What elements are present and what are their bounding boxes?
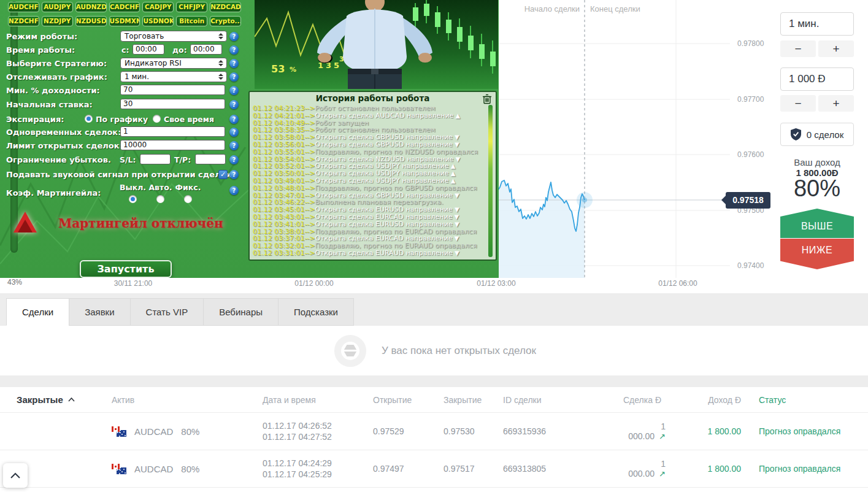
expiry-input[interactable]: 1 мин.: [780, 12, 854, 36]
loss-limit-help-icon[interactable]: ?: [229, 155, 239, 164]
time-from-label: с:: [121, 45, 129, 55]
pair-button-usdmxn[interactable]: USDMXN: [109, 16, 140, 26]
min-profit-input[interactable]: 70: [120, 85, 225, 95]
pair-button-audnzd[interactable]: AUDNZD: [75, 2, 107, 12]
min-profit-help-icon[interactable]: ?: [229, 86, 239, 95]
closed-section-toggle[interactable]: Закрытые: [0, 394, 112, 405]
expiration-custom-radio[interactable]: [153, 115, 161, 123]
martingale-option-label: Фикс.: [175, 183, 201, 192]
watch-chart-help-icon[interactable]: ?: [229, 72, 239, 82]
initial-bet-label: Начальная ставка:: [6, 100, 93, 109]
chevron-up-icon: [68, 398, 75, 402]
robot-history-panel: История работы робота 01.12 04:21:23-->Р…: [248, 91, 497, 261]
tab-заявки[interactable]: Заявки: [69, 298, 129, 326]
sound-help-icon[interactable]: ?: [229, 170, 239, 179]
direction-down-icon: ▼: [453, 141, 459, 148]
history-scrollbar[interactable]: [488, 105, 493, 257]
worktime-help-icon[interactable]: ?: [229, 45, 239, 55]
amount-plus-button[interactable]: +: [818, 95, 854, 112]
time-to-input[interactable]: 00:00: [190, 44, 222, 55]
close-price: 0.97530: [444, 426, 503, 436]
trade-panel: 1 мин. − + 1 000 Đ − + 0 сделок Ваш дохо…: [780, 0, 854, 282]
pair-button-cadjpy[interactable]: CADJPY: [142, 2, 174, 12]
closed-trade-row[interactable]: AUDCAD80%01.12.17 04:26:5201.12.17 04:27…: [0, 413, 868, 450]
higher-button[interactable]: ВЫШЕ: [780, 209, 854, 238]
mode-help-icon[interactable]: ?: [229, 32, 239, 41]
time-tick: 01/12 06:00: [658, 279, 697, 288]
tab-стать-vip[interactable]: Стать VIP: [130, 298, 204, 326]
concurrent-help-icon[interactable]: ?: [229, 128, 239, 137]
robot-logo-icon: [13, 212, 37, 233]
trade-dates: 01.12.17 04:24:2901.12.17 04:25:29: [263, 458, 373, 480]
concurrent-input[interactable]: 1: [120, 126, 225, 137]
strategy-select[interactable]: Индикатор RSI: [120, 58, 227, 69]
pair-button-crypto[interactable]: Crypto...: [210, 16, 241, 26]
tab-вебинары[interactable]: Вебинары: [203, 298, 278, 326]
pair-button-usdnok[interactable]: USDNOK: [142, 16, 174, 26]
sound-checkbox[interactable]: ✓: [218, 170, 228, 179]
app: 0.978000.977000.976000.975000.97400 30/1…: [0, 0, 868, 492]
pair-button-audchf[interactable]: AUDCHF: [8, 2, 39, 12]
close-price: 0.97517: [444, 464, 503, 474]
open-trades-count-button[interactable]: 0 сделок: [780, 123, 854, 146]
martingale-help-icon[interactable]: ?: [229, 186, 239, 195]
open-trades-content: У вас пока нет открытых сделок: [0, 326, 868, 375]
open-price: 0.97497: [373, 464, 444, 474]
trade-income: 1 800.00: [675, 426, 754, 436]
closed-trade-row[interactable]: AUDCAD80%01.12.17 04:24:2901.12.17 04:25…: [0, 450, 868, 488]
expiration-help-icon[interactable]: ?: [229, 115, 239, 124]
pair-button-nzdjpy[interactable]: NZDJPY: [42, 16, 73, 26]
tp-input[interactable]: [195, 154, 226, 164]
limit-help-icon[interactable]: ?: [229, 141, 239, 150]
initial-bet-input[interactable]: 30: [120, 99, 225, 109]
initial-bet-help-icon[interactable]: ?: [229, 100, 239, 109]
martingale-option-label: Выкл.: [120, 183, 146, 192]
lower-button[interactable]: НИЖЕ: [780, 239, 854, 269]
tab-сделки[interactable]: Сделки: [6, 298, 69, 326]
direction-down-icon: ▼: [453, 250, 459, 256]
tab-подсказки[interactable]: Подсказки: [278, 298, 354, 326]
mode-select[interactable]: Торговать: [120, 31, 227, 42]
pair-button-chfjpy[interactable]: CHFJPY: [176, 2, 207, 12]
pair-button-bitcoin[interactable]: Bitcoin: [176, 16, 207, 26]
pair-button-audjpy[interactable]: AUDJPY: [42, 2, 73, 12]
martingale-option-radio[interactable]: [129, 195, 137, 203]
trade-status: Прогноз оправдался: [754, 464, 868, 474]
direction-down-icon: ▼: [452, 235, 459, 242]
direction-down-icon: ▼: [453, 156, 460, 163]
trade-income: 1 800.00: [675, 464, 754, 474]
current-price-tag: 0.97518: [726, 192, 770, 209]
limit-input[interactable]: 10000: [120, 140, 225, 150]
pair-button-nzdchf[interactable]: NZDCHF: [8, 16, 39, 26]
direction-down-icon: ▼: [452, 213, 459, 220]
trade-direction-up-icon: ↗: [659, 469, 666, 479]
martingale-option-radio[interactable]: [156, 195, 164, 203]
expiry-minus-button[interactable]: −: [780, 40, 816, 57]
price-tick: 0.97700: [737, 95, 764, 104]
svg-text:53: 53: [271, 63, 285, 75]
amount-minus-button[interactable]: −: [780, 95, 816, 112]
log-entry: 01.12 03:27:01-->Открыта сделка AUDJPY н…: [253, 257, 486, 258]
sl-label: S/L:: [120, 155, 136, 164]
pair-button-nzdcad[interactable]: NZDCAD: [210, 2, 241, 12]
pair-button-cadchf[interactable]: CADCHF: [109, 2, 140, 12]
amount-input[interactable]: 1 000 Đ: [780, 67, 854, 91]
pair-button-nzdusd[interactable]: NZDUSD: [75, 16, 107, 26]
expiration-by-chart-radio[interactable]: [85, 115, 93, 123]
trash-icon[interactable]: [482, 94, 492, 104]
time-from-input[interactable]: 00:00: [133, 44, 164, 55]
watch-chart-label: Отслеживать график:: [6, 72, 107, 82]
loss-limit-label: Ограничение убытков.: [6, 155, 111, 164]
launch-button[interactable]: Запустить: [80, 260, 172, 278]
col-bet: Сделка Đ: [623, 395, 675, 405]
sound-label: Подавать звуковой сигнал при открытии сд…: [6, 170, 232, 179]
strategy-help-icon[interactable]: ?: [229, 59, 239, 68]
scroll-top-button[interactable]: [3, 463, 28, 488]
watch-chart-select[interactable]: 1 мин.: [120, 71, 227, 82]
martingale-option-radio[interactable]: [184, 195, 192, 203]
select-spinner-icon: [218, 60, 224, 66]
empty-trades-icon: [334, 335, 366, 367]
expiration-custom-label: Свое время: [164, 115, 214, 124]
expiry-plus-button[interactable]: +: [818, 40, 854, 57]
sl-input[interactable]: [140, 154, 171, 164]
